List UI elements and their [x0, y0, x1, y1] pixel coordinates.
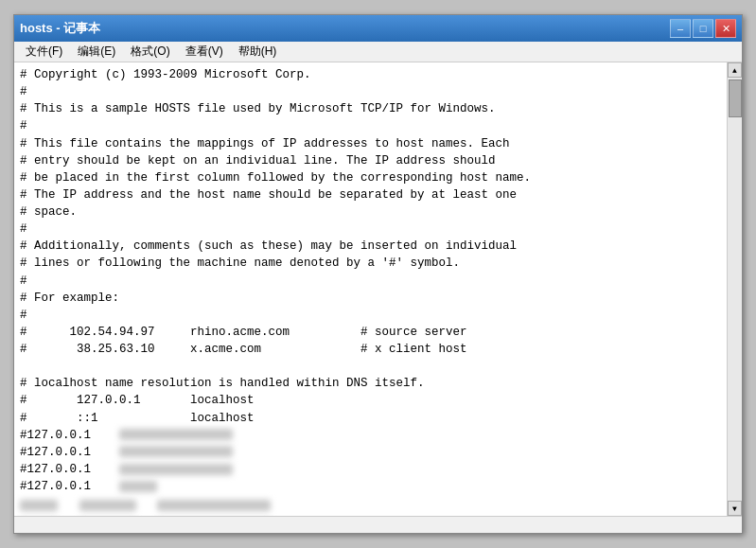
minimize-button[interactable]: –	[670, 19, 691, 38]
blurred-row-1: ip host extra	[20, 497, 721, 514]
close-button[interactable]: ✕	[715, 19, 736, 38]
redacted-1: redacted	[119, 429, 233, 440]
window-title: hosts - 记事本	[20, 20, 100, 37]
scroll-up-button[interactable]: ▲	[728, 62, 742, 78]
hosts-content: # Copyright (c) 1993-2009 Microsoft Corp…	[20, 66, 721, 495]
redacted-2: redacted	[119, 446, 233, 457]
blurred-ip-1: ip	[20, 500, 58, 511]
blurred-host-1: host	[79, 500, 136, 511]
vertical-scrollbar[interactable]: ▲ ▼	[727, 62, 742, 516]
scroll-down-button[interactable]: ▼	[728, 501, 742, 516]
scroll-thumb[interactable]	[729, 80, 742, 117]
redacted-3: redacted	[119, 464, 233, 475]
menu-edit[interactable]: 编辑(E)	[70, 42, 123, 62]
content-area: # Copyright (c) 1993-2009 Microsoft Corp…	[14, 62, 742, 516]
menu-file[interactable]: 文件(F)	[18, 42, 70, 62]
status-bar	[14, 516, 742, 533]
menu-format[interactable]: 格式(O)	[123, 42, 177, 62]
scroll-track[interactable]	[728, 78, 742, 501]
title-bar: hosts - 记事本 – □ ✕	[14, 15, 742, 42]
text-editor[interactable]: # Copyright (c) 1993-2009 Microsoft Corp…	[14, 62, 727, 516]
menu-help[interactable]: 帮助(H)	[231, 42, 285, 62]
menu-view[interactable]: 查看(V)	[178, 42, 231, 62]
blurred-extra-1: extra	[157, 500, 271, 511]
redacted-4: red	[119, 481, 157, 492]
menu-bar: 文件(F) 编辑(E) 格式(O) 查看(V) 帮助(H)	[14, 42, 742, 62]
window-controls: – □ ✕	[670, 19, 736, 38]
maximize-button[interactable]: □	[693, 19, 713, 38]
notepad-window: hosts - 记事本 – □ ✕ 文件(F) 编辑(E) 格式(O) 查看(V…	[13, 14, 743, 534]
